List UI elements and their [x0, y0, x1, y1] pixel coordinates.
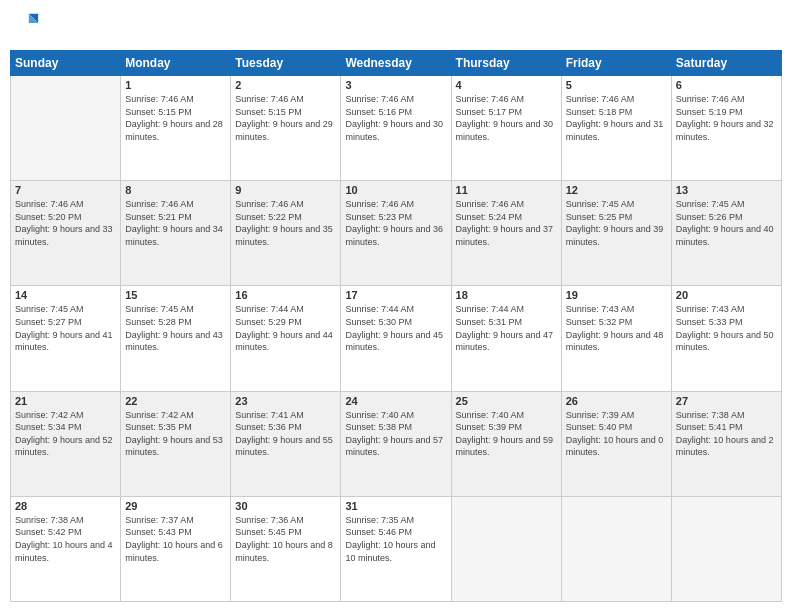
- sunset-label: Sunset: 5:34 PM: [15, 422, 82, 432]
- day-cell: 14 Sunrise: 7:45 AM Sunset: 5:27 PM Dayl…: [11, 286, 121, 391]
- day-cell: 5 Sunrise: 7:46 AM Sunset: 5:18 PM Dayli…: [561, 76, 671, 181]
- daylight-label: Daylight: 10 hours and 2 minutes.: [676, 435, 774, 458]
- daylight-label: Daylight: 10 hours and 6 minutes.: [125, 540, 223, 563]
- daylight-label: Daylight: 9 hours and 52 minutes.: [15, 435, 113, 458]
- day-number: 14: [15, 289, 116, 301]
- day-number: 11: [456, 184, 557, 196]
- week-row-4: 21 Sunrise: 7:42 AM Sunset: 5:34 PM Dayl…: [11, 391, 782, 496]
- day-cell: 27 Sunrise: 7:38 AM Sunset: 5:41 PM Dayl…: [671, 391, 781, 496]
- day-info: Sunrise: 7:46 AM Sunset: 5:16 PM Dayligh…: [345, 93, 446, 143]
- day-info: Sunrise: 7:39 AM Sunset: 5:40 PM Dayligh…: [566, 409, 667, 459]
- day-number: 4: [456, 79, 557, 91]
- day-cell: 26 Sunrise: 7:39 AM Sunset: 5:40 PM Dayl…: [561, 391, 671, 496]
- sunset-label: Sunset: 5:31 PM: [456, 317, 523, 327]
- day-cell: [671, 496, 781, 601]
- col-header-friday: Friday: [561, 51, 671, 76]
- sunrise-label: Sunrise: 7:41 AM: [235, 410, 304, 420]
- sunset-label: Sunset: 5:19 PM: [676, 107, 743, 117]
- day-cell: 9 Sunrise: 7:46 AM Sunset: 5:22 PM Dayli…: [231, 181, 341, 286]
- day-info: Sunrise: 7:43 AM Sunset: 5:33 PM Dayligh…: [676, 303, 777, 353]
- day-info: Sunrise: 7:43 AM Sunset: 5:32 PM Dayligh…: [566, 303, 667, 353]
- day-number: 7: [15, 184, 116, 196]
- sunrise-label: Sunrise: 7:46 AM: [345, 94, 414, 104]
- day-number: 6: [676, 79, 777, 91]
- day-number: 24: [345, 395, 446, 407]
- sunset-label: Sunset: 5:17 PM: [456, 107, 523, 117]
- sunset-label: Sunset: 5:27 PM: [15, 317, 82, 327]
- day-cell: 20 Sunrise: 7:43 AM Sunset: 5:33 PM Dayl…: [671, 286, 781, 391]
- day-cell: 4 Sunrise: 7:46 AM Sunset: 5:17 PM Dayli…: [451, 76, 561, 181]
- day-info: Sunrise: 7:40 AM Sunset: 5:39 PM Dayligh…: [456, 409, 557, 459]
- daylight-label: Daylight: 9 hours and 53 minutes.: [125, 435, 223, 458]
- week-row-5: 28 Sunrise: 7:38 AM Sunset: 5:42 PM Dayl…: [11, 496, 782, 601]
- day-cell: [11, 76, 121, 181]
- col-header-sunday: Sunday: [11, 51, 121, 76]
- day-cell: 13 Sunrise: 7:45 AM Sunset: 5:26 PM Dayl…: [671, 181, 781, 286]
- day-cell: 6 Sunrise: 7:46 AM Sunset: 5:19 PM Dayli…: [671, 76, 781, 181]
- sunrise-label: Sunrise: 7:38 AM: [676, 410, 745, 420]
- day-cell: 17 Sunrise: 7:44 AM Sunset: 5:30 PM Dayl…: [341, 286, 451, 391]
- day-info: Sunrise: 7:46 AM Sunset: 5:21 PM Dayligh…: [125, 198, 226, 248]
- day-cell: 16 Sunrise: 7:44 AM Sunset: 5:29 PM Dayl…: [231, 286, 341, 391]
- day-info: Sunrise: 7:41 AM Sunset: 5:36 PM Dayligh…: [235, 409, 336, 459]
- day-cell: 22 Sunrise: 7:42 AM Sunset: 5:35 PM Dayl…: [121, 391, 231, 496]
- day-info: Sunrise: 7:45 AM Sunset: 5:28 PM Dayligh…: [125, 303, 226, 353]
- sunset-label: Sunset: 5:40 PM: [566, 422, 633, 432]
- sunrise-label: Sunrise: 7:46 AM: [235, 94, 304, 104]
- week-row-3: 14 Sunrise: 7:45 AM Sunset: 5:27 PM Dayl…: [11, 286, 782, 391]
- sunrise-label: Sunrise: 7:43 AM: [676, 304, 745, 314]
- day-info: Sunrise: 7:46 AM Sunset: 5:15 PM Dayligh…: [235, 93, 336, 143]
- daylight-label: Daylight: 10 hours and 0 minutes.: [566, 435, 664, 458]
- daylight-label: Daylight: 9 hours and 39 minutes.: [566, 224, 664, 247]
- sunset-label: Sunset: 5:25 PM: [566, 212, 633, 222]
- daylight-label: Daylight: 9 hours and 36 minutes.: [345, 224, 443, 247]
- day-cell: 3 Sunrise: 7:46 AM Sunset: 5:16 PM Dayli…: [341, 76, 451, 181]
- day-cell: 24 Sunrise: 7:40 AM Sunset: 5:38 PM Dayl…: [341, 391, 451, 496]
- day-number: 10: [345, 184, 446, 196]
- daylight-label: Daylight: 10 hours and 4 minutes.: [15, 540, 113, 563]
- daylight-label: Daylight: 10 hours and 8 minutes.: [235, 540, 333, 563]
- day-number: 1: [125, 79, 226, 91]
- day-number: 15: [125, 289, 226, 301]
- sunset-label: Sunset: 5:33 PM: [676, 317, 743, 327]
- sunrise-label: Sunrise: 7:37 AM: [125, 515, 194, 525]
- day-number: 23: [235, 395, 336, 407]
- day-cell: 25 Sunrise: 7:40 AM Sunset: 5:39 PM Dayl…: [451, 391, 561, 496]
- sunrise-label: Sunrise: 7:39 AM: [566, 410, 635, 420]
- daylight-label: Daylight: 9 hours and 30 minutes.: [345, 119, 443, 142]
- daylight-label: Daylight: 9 hours and 37 minutes.: [456, 224, 554, 247]
- day-cell: 1 Sunrise: 7:46 AM Sunset: 5:15 PM Dayli…: [121, 76, 231, 181]
- day-info: Sunrise: 7:46 AM Sunset: 5:20 PM Dayligh…: [15, 198, 116, 248]
- day-number: 18: [456, 289, 557, 301]
- day-cell: 12 Sunrise: 7:45 AM Sunset: 5:25 PM Dayl…: [561, 181, 671, 286]
- day-cell: 28 Sunrise: 7:38 AM Sunset: 5:42 PM Dayl…: [11, 496, 121, 601]
- day-info: Sunrise: 7:45 AM Sunset: 5:26 PM Dayligh…: [676, 198, 777, 248]
- day-number: 26: [566, 395, 667, 407]
- header: [10, 10, 782, 42]
- daylight-label: Daylight: 9 hours and 35 minutes.: [235, 224, 333, 247]
- day-info: Sunrise: 7:45 AM Sunset: 5:25 PM Dayligh…: [566, 198, 667, 248]
- daylight-label: Daylight: 9 hours and 33 minutes.: [15, 224, 113, 247]
- day-number: 8: [125, 184, 226, 196]
- day-info: Sunrise: 7:37 AM Sunset: 5:43 PM Dayligh…: [125, 514, 226, 564]
- day-info: Sunrise: 7:46 AM Sunset: 5:15 PM Dayligh…: [125, 93, 226, 143]
- day-cell: 11 Sunrise: 7:46 AM Sunset: 5:24 PM Dayl…: [451, 181, 561, 286]
- sunrise-label: Sunrise: 7:45 AM: [676, 199, 745, 209]
- logo-icon: [12, 10, 40, 38]
- day-cell: 31 Sunrise: 7:35 AM Sunset: 5:46 PM Dayl…: [341, 496, 451, 601]
- daylight-label: Daylight: 9 hours and 30 minutes.: [456, 119, 554, 142]
- daylight-label: Daylight: 9 hours and 41 minutes.: [15, 330, 113, 353]
- day-cell: 10 Sunrise: 7:46 AM Sunset: 5:23 PM Dayl…: [341, 181, 451, 286]
- day-number: 2: [235, 79, 336, 91]
- sunset-label: Sunset: 5:22 PM: [235, 212, 302, 222]
- day-cell: [451, 496, 561, 601]
- day-info: Sunrise: 7:46 AM Sunset: 5:24 PM Dayligh…: [456, 198, 557, 248]
- day-cell: 29 Sunrise: 7:37 AM Sunset: 5:43 PM Dayl…: [121, 496, 231, 601]
- day-info: Sunrise: 7:45 AM Sunset: 5:27 PM Dayligh…: [15, 303, 116, 353]
- day-number: 9: [235, 184, 336, 196]
- sunset-label: Sunset: 5:41 PM: [676, 422, 743, 432]
- day-info: Sunrise: 7:42 AM Sunset: 5:34 PM Dayligh…: [15, 409, 116, 459]
- daylight-label: Daylight: 9 hours and 29 minutes.: [235, 119, 333, 142]
- day-info: Sunrise: 7:44 AM Sunset: 5:29 PM Dayligh…: [235, 303, 336, 353]
- day-number: 3: [345, 79, 446, 91]
